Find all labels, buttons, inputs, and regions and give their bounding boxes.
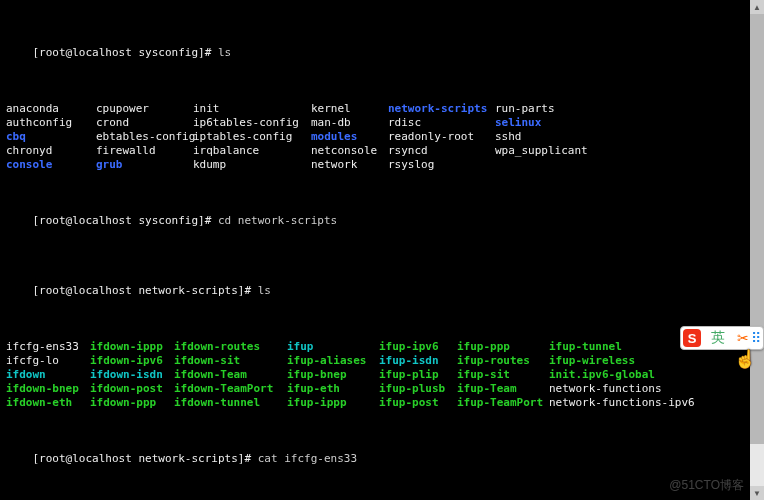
ls-entry: ifdown-TeamPort [174,382,287,396]
ls-entry: ifup-eth [287,382,379,396]
grid-icon[interactable]: ⠿ [751,330,763,347]
scroll-up-arrow[interactable]: ▲ [750,0,764,14]
ls-entry: ifup-ippp [287,396,379,410]
watermark: @51CTO博客 [669,477,744,494]
prompt-3: [root@localhost network-scripts]# [33,284,258,297]
ls-entry: readonly-root [388,130,495,144]
ime-toolbar[interactable]: S 英 ✂ ⠿ [680,326,764,350]
ls-entry: init.ipv6-global [549,368,712,382]
ls-entry: console [6,158,96,172]
ls-entry: ifdown-tunnel [174,396,287,410]
prompt-2: [root@localhost sysconfig]# [33,214,218,227]
ls-entry: irqbalance [193,144,311,158]
ls-entry: ifdown-bnep [6,382,90,396]
ls-output-network-scripts: ifcfg-ens33ifdown-ipppifdown-routesifupi… [6,340,744,410]
prompt-4: [root@localhost network-scripts]# [33,452,258,465]
ls-entry: crond [96,116,193,130]
ls-entry: ifdown-routes [174,340,287,354]
ls-entry: ifup-plip [379,368,457,382]
ls-entry: authconfig [6,116,96,130]
ls-entry: ifdown-eth [6,396,90,410]
ls-entry: ifup-plusb [379,382,457,396]
ls-entry: firewalld [96,144,193,158]
ls-entry: ifdown-sit [174,354,287,368]
ls-entry: ifdown-ippp [90,340,174,354]
ls-entry: ifdown [6,368,90,382]
ls-entry: ifup-wireless [549,354,712,368]
ls-entry: ifdown-ppp [90,396,174,410]
ls-entry: modules [311,130,388,144]
ls-entry: kernel [311,102,388,116]
ls-entry: iptables-config [193,130,311,144]
ls-entry: ifup-aliases [287,354,379,368]
cmd-ls-2: ls [258,284,271,297]
ls-output-sysconfig: anacondacpupowerinitkernelnetwork-script… [6,102,744,172]
ls-entry: rdisc [388,116,495,130]
terminal[interactable]: [root@localhost sysconfig]# ls anacondac… [0,0,750,500]
ls-entry: ifcfg-lo [6,354,90,368]
ls-entry: network-functions-ipv6 [549,396,712,410]
sogou-logo-icon[interactable]: S [683,329,701,347]
cmd-ls-1: ls [218,46,231,59]
ime-language-indicator[interactable]: 英 [701,329,735,347]
ls-entry: wpa_supplicant [495,144,695,158]
scroll-down-arrow[interactable]: ▼ [750,486,764,500]
ls-entry: cpupower [96,102,193,116]
ls-entry: ifdown-isdn [90,368,174,382]
scroll-thumb[interactable] [750,14,764,444]
ls-entry: grub [96,158,193,172]
cmd-cat: cat ifcfg-ens33 [258,452,357,465]
ls-entry: ifup-post [379,396,457,410]
scissors-icon[interactable]: ✂ [735,330,751,347]
hand-cursor-icon: ☝ [734,348,756,370]
ls-entry: kdump [193,158,311,172]
ls-entry: man-db [311,116,388,130]
ls-entry: ifup-isdn [379,354,457,368]
vertical-scrollbar[interactable]: ▲ ▼ [750,0,764,500]
ls-entry: chronyd [6,144,96,158]
ls-entry: netconsole [311,144,388,158]
ls-entry: ifup [287,340,379,354]
ls-entry: rsyncd [388,144,495,158]
ls-entry: ifup-ppp [457,340,549,354]
ls-entry: ifup-sit [457,368,549,382]
ls-entry: network [311,158,388,172]
ls-entry: ifdown-ipv6 [90,354,174,368]
ls-entry: ifup-ipv6 [379,340,457,354]
ls-entry: ip6tables-config [193,116,311,130]
ls-entry: run-parts [495,102,695,116]
ls-entry: network-functions [549,382,712,396]
ls-entry: sshd [495,130,695,144]
ls-entry: ebtables-config [96,130,193,144]
ls-entry: ifdown-Team [174,368,287,382]
ls-entry: ifdown-post [90,382,174,396]
ls-entry: init [193,102,311,116]
ls-entry: ifup-routes [457,354,549,368]
cmd-cd: cd network-scripts [218,214,337,227]
ls-entry: network-scripts [388,102,495,116]
ls-entry: rsyslog [388,158,495,172]
ls-entry: ifup-Team [457,382,549,396]
ls-entry: cbq [6,130,96,144]
ls-entry: selinux [495,116,695,130]
ls-entry: ifup-bnep [287,368,379,382]
ls-entry: anaconda [6,102,96,116]
ls-entry: ifcfg-ens33 [6,340,90,354]
prompt-1: [root@localhost sysconfig]# [33,46,218,59]
ls-entry: ifup-TeamPort [457,396,549,410]
